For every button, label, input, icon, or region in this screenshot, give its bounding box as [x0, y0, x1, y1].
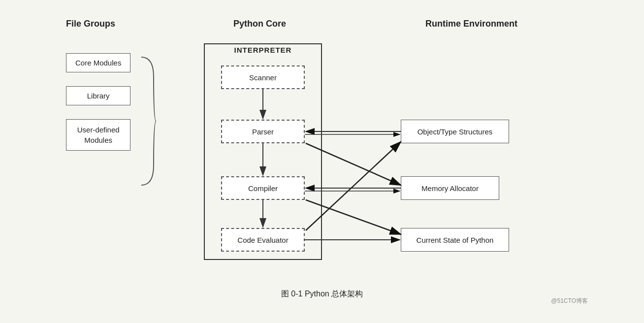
- obj-type-box: Object/Type Structures: [401, 120, 509, 143]
- arrows-svg: [51, 14, 593, 309]
- mem-alloc-box: Memory Allocator: [401, 176, 499, 200]
- parser-box: Parser: [221, 120, 305, 143]
- file-groups-list: Core Modules Library User-definedModules: [66, 53, 130, 151]
- scanner-box: Scanner: [221, 65, 305, 89]
- curr-state-box: Current State of Python: [401, 228, 509, 252]
- runtime-header: Runtime Environment: [425, 19, 517, 29]
- watermark: @51CTO博客: [551, 297, 588, 305]
- brace-svg: [139, 52, 159, 190]
- python-core-header: Python Core: [233, 19, 286, 29]
- evaluator-box: Code Evaluator: [221, 228, 305, 252]
- core-modules-box: Core Modules: [66, 53, 130, 72]
- interpreter-label: INTERPRETER: [204, 46, 322, 54]
- caption: 图 0-1 Python 总体架构: [51, 289, 593, 299]
- diagram-container: File Groups Python Core Runtime Environm…: [51, 14, 593, 309]
- user-defined-box: User-definedModules: [66, 119, 130, 151]
- compiler-box: Compiler: [221, 176, 305, 200]
- library-box: Library: [66, 86, 130, 105]
- file-groups-header: File Groups: [66, 19, 115, 29]
